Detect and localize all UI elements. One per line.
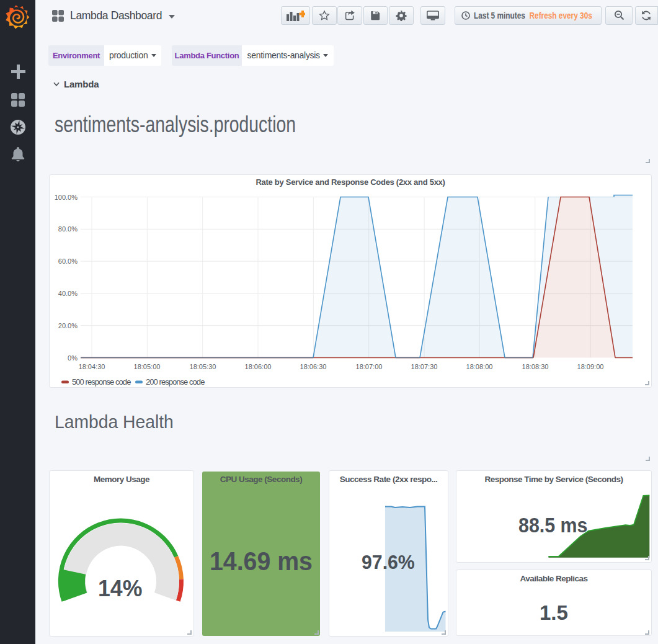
svg-text:500 response code: 500 response code [72, 377, 131, 387]
svg-text:18:06:00: 18:06:00 [245, 363, 272, 370]
svg-text:20.0%: 20.0% [58, 322, 78, 329]
svg-text:18:08:30: 18:08:30 [522, 363, 549, 370]
svg-text:18:09:00: 18:09:00 [577, 363, 604, 370]
svg-text:18:05:00: 18:05:00 [134, 363, 161, 370]
svg-text:80.0%: 80.0% [58, 225, 78, 233]
svg-text:0%: 0% [68, 354, 78, 362]
svg-text:18:07:30: 18:07:30 [411, 363, 438, 370]
svg-text:100.0%: 100.0% [55, 194, 78, 201]
svg-text:200 response code: 200 response code [146, 377, 205, 387]
svg-text:18:04:30: 18:04:30 [79, 363, 105, 370]
svg-text:40.0%: 40.0% [58, 290, 78, 297]
svg-text:18:08:00: 18:08:00 [466, 363, 493, 370]
svg-text:18:06:30: 18:06:30 [300, 363, 327, 370]
svg-text:60.0%: 60.0% [58, 257, 78, 265]
svg-text:18:07:00: 18:07:00 [356, 363, 383, 370]
svg-text:18:05:30: 18:05:30 [190, 363, 216, 370]
